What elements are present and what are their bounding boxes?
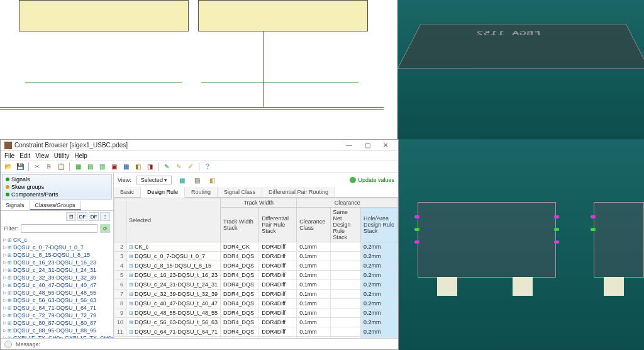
tb-btn-icon[interactable]: ✐ [186,162,196,172]
tb-btn-icon[interactable]: ▦ [121,162,131,172]
cell-ha[interactable]: 0.2mm [361,280,398,290]
tree-item[interactable]: ▷⊞DQSU_c_72_79-DQSU_t_72_79 [2,312,112,319]
close-button[interactable]: ✕ [377,140,394,150]
cell-selected[interactable]: ⊞DQSU_c_40_47-DQSU_t_40_47 [126,299,221,308]
tree-item[interactable]: ▷⊞DQSU_c_24_31-DQSU_t_24_31 [2,266,112,274]
col-rownum[interactable] [114,198,126,242]
tab-signals[interactable]: Signals [1,201,30,210]
cell-tw[interactable]: DDR4_DQS [221,318,259,327]
tb-btn-icon[interactable]: ◧ [207,175,217,185]
cell-sn[interactable] [330,261,360,271]
filter-collapse-icon[interactable]: ⊟ [66,212,76,221]
cell-selected[interactable]: ⊞DQSU_c_56_63-DQSU_t_56_63 [126,318,221,327]
tree-item[interactable]: ▷⊞DQSU_c_40_47-DQSU_t_40_47 [2,281,112,289]
cell-sn[interactable] [330,327,360,337]
schematic-component[interactable] [198,0,368,31]
col-selected[interactable]: Selected [126,198,221,242]
col-dp-stack[interactable]: Differential Pair Rule Stack [259,208,297,242]
cell-cc[interactable]: 0.1mm [297,308,330,318]
tb-btn-icon[interactable]: ▦ [177,175,187,185]
tree-item[interactable]: ▷⊞DQSU_c_8_15-DQSU_t_8_15 [2,251,112,259]
cell-ha[interactable]: 0.2mm [361,261,398,271]
col-samenet[interactable]: Same Net Design Rule Stack [330,208,360,242]
cell-dp[interactable]: DDR4Diff [259,252,297,261]
cell-tw[interactable]: DDR4_DQS [221,280,259,290]
tree-item[interactable]: ▷⊞DQSU_c_56_63-DQSU_t_56_63 [2,296,112,304]
minimize-button[interactable]: — [340,140,358,150]
cell-sn[interactable] [330,318,360,327]
table-row[interactable]: 8⊞DQSU_c_40_47-DQSU_t_40_47DDR4_DQSDDR4D… [114,299,398,308]
cell-ha[interactable]: 0.2mm [361,318,398,327]
tree-item[interactable]: ▷⊞DQSU_c_88_95-DQSU_t_88_95 [2,327,112,334]
cell-sn[interactable] [330,280,360,290]
cell-cc[interactable]: 0.1mm [297,252,330,261]
cell-cc[interactable]: 0.1mm [297,280,330,290]
cell-tw[interactable]: DDR4_CK [221,242,259,252]
viewer-3d-bottom[interactable] [399,139,644,350]
filter-clear-icon[interactable]: DF [89,212,99,221]
cell-tw[interactable]: DDR4_DQS [221,261,259,271]
cell-ha[interactable]: 0.2mm [361,252,398,261]
cell-selected[interactable]: ⊞DQSU_c_32_39-DQSU_t_32_39 [126,290,221,299]
tb-btn-icon[interactable]: ✎ [174,162,184,172]
filter-expand-icon[interactable]: DF [77,212,87,221]
table-row[interactable]: 2⊞CK_cDDR4_CKDDR4Diff0.1mm0.2mm [114,242,398,252]
group-signals[interactable]: Signals [5,176,109,183]
signal-tree[interactable]: ▷⊞CK_c▷⊞DQSU_c_0_7-DQSU_t_0_7▷⊞DQSU_c_8_… [1,235,113,338]
table-row[interactable]: 11⊞DQSU_c_64_71-DQSU_t_64_71DDR4_DQSDDR4… [114,327,398,337]
tab-basic[interactable]: Basic [114,187,141,197]
table-row[interactable]: 7⊞DQSU_c_32_39-DQSU_t_32_39DDR4_DQSDDR4D… [114,290,398,299]
tab-diff-pair[interactable]: Differential Pair Routing [262,187,335,197]
tree-item[interactable]: ▷⊞DQSU_c_64_71-DQSU_t_64_71 [2,304,112,312]
colgroup-trackwidth[interactable]: Track Width [221,198,297,208]
view-combo[interactable]: Selected ▾ [136,176,172,184]
cell-tw[interactable]: DDR4_DQS [221,290,259,299]
cell-cc[interactable]: 0.1mm [297,299,330,308]
menu-view[interactable]: View [35,152,49,159]
menu-file[interactable]: File [4,152,14,159]
tb-cut-icon[interactable]: ✂ [32,162,42,172]
grid-wrapper[interactable]: Selected Track Width Clearance Track Wid… [114,198,398,338]
tb-open-icon[interactable]: 📂 [3,162,13,172]
cell-cc[interactable]: 0.1mm [297,318,330,327]
cell-sn[interactable] [330,271,360,280]
update-values-button[interactable]: Update values [350,177,394,183]
menu-edit[interactable]: Edit [19,152,30,159]
cell-ha[interactable]: 0.2mm [361,271,398,280]
tab-design-rule[interactable]: Design Rule [141,187,185,198]
tree-item[interactable]: ▷⊞DQSU_c_32_39-DQSU_t_32_39 [2,274,112,281]
tb-btn-icon[interactable]: ◨ [145,162,155,172]
cell-dp[interactable]: DDR4Diff [259,242,297,252]
tb-help-icon[interactable]: ? [203,162,213,172]
cell-tw[interactable]: DDR4_DQS [221,299,259,308]
cell-selected[interactable]: ⊞DQSU_c_24_31-DQSU_t_24_31 [126,280,221,290]
col-clearance-class[interactable]: Clearance Class [297,208,330,242]
tb-btn-icon[interactable]: ▤ [192,175,202,185]
tb-btn-icon[interactable]: ▣ [109,162,119,172]
cell-tw[interactable]: DDR4_DQS [221,271,259,280]
titlebar[interactable]: Constraint Browser [sigex1_USBC.pdes] — … [1,140,398,151]
menu-help[interactable]: Help [74,152,87,159]
cell-ha[interactable]: 0.2mm [361,327,398,337]
tree-item[interactable]: ▷⊞DQSU_c_48_55-DQSU_t_48_55 [2,289,112,296]
group-skew[interactable]: Skew groups [5,183,109,191]
cell-cc[interactable]: 0.1mm [297,242,330,252]
cell-dp[interactable]: DDR4Diff [259,280,297,290]
schematic-canvas[interactable]: /*decorative only*/ [0,0,397,139]
table-row[interactable]: 5⊞DQSU_c_16_23-DQSU_t_16_23DDR4_DQSDDR4D… [114,271,398,280]
tab-signal-class[interactable]: Signal Class [218,187,262,197]
cell-dp[interactable]: DDR4Diff [259,299,297,308]
cell-dp[interactable]: DDR4Diff [259,261,297,271]
tb-save-icon[interactable]: 💾 [15,162,25,172]
table-row[interactable]: 4⊞DQSU_c_8_15-DQSU_t_8_15DDR4_DQSDDR4Dif… [114,261,398,271]
schematic-component[interactable] [19,0,189,31]
cell-selected[interactable]: ⊞DQSU_c_64_71-DQSU_t_64_71 [126,327,221,337]
cell-sn[interactable] [330,299,360,308]
table-row[interactable]: 6⊞DQSU_c_24_31-DQSU_t_24_31DDR4_DQSDDR4D… [114,280,398,290]
table-row[interactable]: 9⊞DQSU_c_48_55-DQSU_t_48_55DDR4_DQSDDR4D… [114,308,398,318]
cell-selected[interactable]: ⊞DQSU_c_16_23-DQSU_t_16_23 [126,271,221,280]
col-tw-stack[interactable]: Track Width Stack [221,208,259,242]
cell-selected[interactable]: ⊞DQSU_c_8_15-DQSU_t_8_15 [126,261,221,271]
tb-btn-icon[interactable]: ◧ [133,162,143,172]
colgroup-clearance[interactable]: Clearance [297,198,398,208]
